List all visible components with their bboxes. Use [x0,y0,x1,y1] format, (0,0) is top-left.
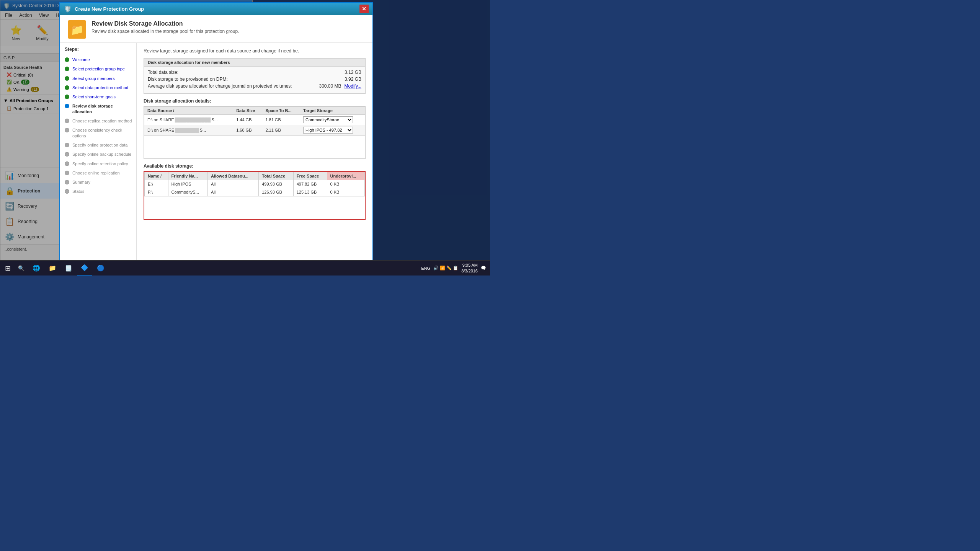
disk-storage-label: Disk storage to be provisoned on DPM: [148,77,323,82]
total-data-size-row: Total data size: 3.12 GB [148,70,361,75]
step-protection-group-type[interactable]: Select protection group type [60,64,136,73]
taskbar-clock: 9:05 AM 8/3/2016 [461,262,478,274]
step-label-or: Specify online retention policy [72,161,128,166]
step-dot-gm [65,76,69,81]
step-label-welcome: Welcome [72,57,90,62]
avg-disk-space-value: 300.00 MB [303,83,341,89]
row2-source: D:\ on SHARE████████S... [144,125,233,135]
avg-disk-space-row: Average disk space allocated for change … [148,83,361,89]
step-replica-creation[interactable]: Choose replica creation method [60,116,136,126]
row1-data-size: 1.44 GB [233,115,262,125]
taskbar-powershell-icon[interactable]: 🔵 [93,261,108,276]
avail-row1-name: E:\ [145,180,168,188]
step-label-dpm: Select data protection method [72,85,128,90]
avail-row2-under: 0 KB [327,188,364,196]
avail-col-friendly: Friendly Na... [168,172,207,180]
avail-col-under: Underprovi... [327,172,364,180]
step-label-cc: Choose consistency check options [72,127,132,139]
step-label-ore: Choose online replication [72,170,120,176]
step-status[interactable]: Status [60,187,136,196]
modify-link[interactable]: Modify... [345,83,361,89]
step-dot-or [65,161,69,166]
row2-data-size: 1.68 GB [233,125,262,135]
avail-col-free: Free Space [293,172,327,180]
step-dot-ob [65,152,69,156]
taskbar-notification[interactable]: 🗨️ [481,266,486,271]
modal-title-icon: 🛡️ [64,5,72,13]
content-panel: Review target storage assigned for each … [137,43,372,266]
row1-space-to-b: 1.81 GB [262,115,300,125]
step-dot-dpm [65,85,69,90]
taskbar-notepad-icon[interactable]: 🗒️ [61,261,76,276]
step-label-stg: Select short-term goals [72,94,116,99]
avail-row2-name: F:\ [145,188,168,196]
step-dot-welcome [65,57,69,62]
step-dot-stg [65,95,69,99]
taskbar-time-value: 9:05 AM [461,262,478,268]
step-short-term-goals[interactable]: Select short-term goals [60,92,136,101]
row2-target-storage[interactable]: High IPOS - 497.82 [300,125,365,135]
taskbar-icons: 🌐 📁 🗒️ 🔷 🔵 [29,261,108,276]
modal-title-bar: 🛡️ Create New Protection Group ✕ [60,3,372,15]
step-dot-stat [65,189,69,194]
allocation-section-title: Disk storage allocation for new members [144,59,365,67]
create-protection-group-modal: 🛡️ Create New Protection Group ✕ 📁 Revie… [59,2,373,276]
step-consistency-check[interactable]: Choose consistency check options [60,126,136,140]
taskbar-icons-right: 🔊 📶 ✏️ 📋 [433,266,458,271]
taskbar-ie-icon[interactable]: 🌐 [29,261,44,276]
step-online-replication[interactable]: Choose online replication [60,168,136,178]
taskbar-dpm-icon[interactable]: 🔷 [77,261,92,276]
avail-row1-friendly: High IPOS [168,180,207,188]
disk-storage-value: 3.92 GB [323,77,361,82]
step-online-backup[interactable]: Specify online backup schedule [60,150,136,159]
avail-row2-friendly: CommodityS... [168,188,207,196]
step-dot-cc [65,128,69,132]
table-row: D:\ on SHARE████████S... 1.68 GB 2.11 GB… [144,125,365,135]
row1-storage-select[interactable]: CommodityStorac [303,116,353,123]
intro-text: Review target storage assigned for each … [144,48,366,54]
col-space-to-b: Space To B... [262,107,300,115]
avail-sort-icon: / [160,174,162,178]
modal-body: Steps: Welcome Select protection group t… [60,43,372,266]
steps-title: Steps: [60,47,136,55]
start-button[interactable]: ⊞ [0,261,15,276]
step-online-protection[interactable]: Specify online protection data [60,140,136,150]
taskbar-explorer-icon[interactable]: 📁 [45,261,60,276]
step-label-stat: Status [72,189,84,194]
steps-panel: Steps: Welcome Select protection group t… [60,43,137,266]
col-data-size: Data Size [233,107,262,115]
col-data-source: Data Source / [144,107,233,115]
row1-source: E:\ on SHARE████████████S... [144,115,233,125]
avg-disk-space-label: Average disk space allocated for change … [148,83,303,89]
step-label-rc: Choose replica creation method [72,118,132,124]
available-label: Available disk storage: [144,163,366,169]
modal-header-icon: 📁 [68,20,86,39]
taskbar-search-icon[interactable]: 🔍 [15,261,27,276]
details-table-empty-area [144,135,365,158]
step-group-members[interactable]: Select group members [60,74,136,83]
avail-col-name: Name / [145,172,168,180]
step-summary[interactable]: Summary [60,178,136,187]
step-label-gm: Select group members [72,76,115,81]
step-review-disk-storage[interactable]: Review disk storage allocation [60,101,136,116]
row1-target-storage[interactable]: CommodityStorac [300,115,365,125]
step-label-ob: Specify online backup schedule [72,152,131,157]
details-table-wrapper: Data Source / Data Size Space To B... Ta… [144,106,366,159]
total-data-size-value: 3.12 GB [323,70,361,75]
table-row: E:\ on SHARE████████████S... 1.44 GB 1.8… [144,115,365,125]
step-dot-ore [65,171,69,175]
sort-icon: / [173,108,174,113]
row2-storage-select[interactable]: High IPOS - 497.82 [303,127,353,134]
modal-close-button[interactable]: ✕ [359,5,369,13]
avail-col-total: Total Space [259,172,293,180]
step-data-protection-method[interactable]: Select data protection method [60,83,136,92]
modal-page-subtitle: Review disk space allocated in the stora… [91,29,239,34]
step-welcome[interactable]: Welcome [60,55,136,64]
step-label-rds: Review disk storage allocation [72,103,132,114]
step-dot-pgt [65,67,69,71]
taskbar-date-value: 8/3/2016 [461,268,478,274]
total-data-size-label: Total data size: [148,70,323,75]
step-online-retention[interactable]: Specify online retention policy [60,159,136,168]
available-table: Name / Friendly Na... Allowed Datasou...… [144,172,365,196]
allocation-section: Disk storage allocation for new members … [144,58,366,94]
